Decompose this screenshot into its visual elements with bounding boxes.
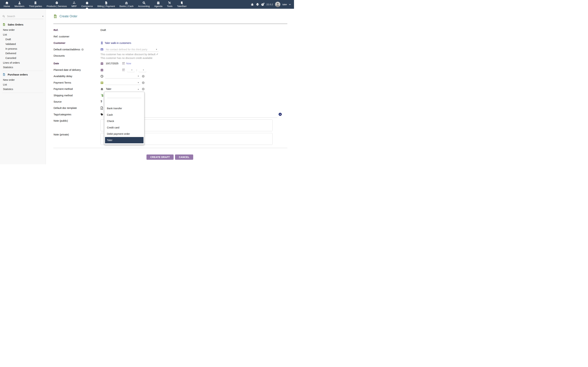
title-divider xyxy=(53,24,287,24)
ref-customer-input[interactable] xyxy=(100,35,130,38)
sidebar-item-in-process[interactable]: In process xyxy=(5,47,17,50)
nav-third-parties[interactable]: Third parties xyxy=(26,0,44,9)
dropdown-option-empty[interactable] xyxy=(105,99,144,105)
page: Home Members Third parties Products | Se… xyxy=(0,0,294,184)
discount-line1-text: This customer has no relative discount b… xyxy=(100,53,156,56)
search-icon xyxy=(2,15,5,18)
nav-products-services[interactable]: Products | Services xyxy=(44,0,69,9)
dropdown-search-input[interactable] xyxy=(107,94,142,97)
payment-terms-info-icon[interactable]: i xyxy=(142,82,145,84)
shipping-method-label: Shipping method xyxy=(53,94,100,97)
user-avatar[interactable] xyxy=(275,1,281,7)
svg-text:$: $ xyxy=(106,2,107,4)
nav-banks-cash[interactable]: Banks | Cash xyxy=(117,0,136,9)
availability-caret-icon: ▾ xyxy=(138,75,139,77)
nav-label: Agenda xyxy=(154,5,163,8)
sidebar-section-purchase-orders[interactable]: Purchase orders xyxy=(3,73,28,76)
nav-billing-payment[interactable]: $ Billing | Payment xyxy=(95,0,117,9)
payment-terms-select[interactable]: ▾ xyxy=(105,81,140,85)
suitcase-icon xyxy=(85,1,89,5)
delivery-hour-select[interactable]: ∨ xyxy=(127,68,135,72)
product-box-icon xyxy=(55,1,59,5)
page-header: Create Order xyxy=(53,14,77,18)
sidebar-item-lines-of-orders[interactable]: Lines of orders xyxy=(3,61,20,64)
dropdown-option-taler-selected[interactable]: Taler xyxy=(105,137,144,143)
nav-talerbarr[interactable]: TalerBarr xyxy=(175,0,189,9)
customer-link[interactable]: Taler walk-in customers xyxy=(105,42,131,44)
nav-label: Tools xyxy=(167,5,173,8)
chevron-down-icon[interactable] xyxy=(289,4,291,5)
sidebar-item-delivered[interactable]: Delivered xyxy=(5,52,16,55)
top-navbar: Home Members Third parties Products | Se… xyxy=(0,0,294,9)
date-calendar-icon xyxy=(100,62,104,65)
sidebar-item-statistics[interactable]: Statistics xyxy=(3,66,13,69)
cancel-button[interactable]: CANCEL xyxy=(175,154,193,160)
print-icon[interactable] xyxy=(256,3,259,6)
accounting-search-icon: $ xyxy=(142,1,146,5)
payment-method-info-icon[interactable]: i xyxy=(142,88,145,90)
planned-date-input[interactable] xyxy=(105,68,121,72)
availability-select[interactable]: ▾ xyxy=(105,74,140,78)
planned-date-label: Planned date of delivery xyxy=(53,68,100,71)
note-public-label: Note (public) xyxy=(53,119,100,122)
section-title: Sales Orders xyxy=(8,23,23,26)
nav-mrp[interactable]: MRP xyxy=(69,0,79,9)
help-icon[interactable]: ? xyxy=(261,3,264,6)
payment-terms-icon: $ xyxy=(100,81,104,84)
row-payment-terms: Payment Terms $ ▾ i xyxy=(53,81,288,85)
dropdown-option-bank-transfer[interactable]: Bank transfer xyxy=(105,105,144,111)
minute-caret-icon: ∨ xyxy=(143,69,144,71)
customer-label: Customer xyxy=(53,42,100,44)
nav-home[interactable]: Home xyxy=(1,0,12,9)
dropdown-option-check[interactable]: Check xyxy=(105,118,144,124)
planned-date-picker-icon[interactable] xyxy=(122,69,125,71)
sidebar-item-po-new-order[interactable]: New order xyxy=(3,78,15,81)
svg-text:?: ? xyxy=(262,3,263,5)
nav-label: MRP xyxy=(71,5,77,8)
sidebar-item-canceled[interactable]: Canceled xyxy=(5,57,16,59)
contact-info-icon[interactable]: i xyxy=(81,48,84,51)
top-menu: Home Members Third parties Products | Se… xyxy=(0,0,189,9)
sidebar-item-po-list[interactable]: List xyxy=(3,83,7,86)
date-input[interactable] xyxy=(105,61,121,65)
payment-method-select[interactable]: Taler ▴ xyxy=(105,87,140,91)
sidebar-item-draft[interactable]: Draft xyxy=(5,38,11,41)
nav-commerce[interactable]: Commerce xyxy=(79,0,95,9)
create-draft-button[interactable]: CREATE DRAFT xyxy=(147,154,173,160)
availability-info-icon[interactable]: i xyxy=(142,75,145,78)
tools-icon xyxy=(168,1,171,5)
sidebar-item-po-statistics[interactable]: Statistics xyxy=(3,88,13,91)
dropdown-search xyxy=(107,94,141,98)
nav-members[interactable]: Members xyxy=(12,0,26,9)
now-link[interactable]: Now xyxy=(126,62,131,65)
date-picker-icon[interactable] xyxy=(122,62,125,65)
search-caret-icon[interactable]: ▾ xyxy=(42,15,43,17)
payment-method-dropdown: Bank transfer Cash Check Credit card Deb… xyxy=(104,92,144,145)
add-tag-button[interactable]: + xyxy=(279,113,282,116)
nav-accounting[interactable]: $ Accounting xyxy=(136,0,152,9)
sidebar-item-list[interactable]: List xyxy=(3,33,7,36)
search-input[interactable] xyxy=(7,15,42,18)
username[interactable]: taler xyxy=(282,3,287,6)
tags-label: Tags/categories xyxy=(53,113,100,116)
version-number: 22.0.2 xyxy=(266,3,273,6)
availability-label: Availability delay xyxy=(53,75,100,78)
dropdown-option-debit-payment-order[interactable]: Debit payment order xyxy=(105,131,144,137)
left-sidebar: ▾ Sales Orders New order List Draft Vali… xyxy=(0,9,46,164)
dropdown-option-cash[interactable]: Cash xyxy=(105,112,144,118)
sidebar-item-new-order[interactable]: New order xyxy=(3,28,15,31)
nav-agenda[interactable]: Agenda xyxy=(152,0,165,9)
contact-placeholder: No contact defined for this third party xyxy=(105,48,147,51)
nav-tools[interactable]: Tools xyxy=(165,0,175,9)
bug-icon[interactable] xyxy=(251,3,254,6)
create-order-icon xyxy=(53,14,57,18)
action-buttons: CREATE DRAFT CANCEL xyxy=(46,154,294,160)
edit-discount-icon[interactable]: ✎ xyxy=(156,53,158,56)
sidebar-section-sales-orders[interactable]: Sales Orders xyxy=(3,23,23,26)
delivery-minute-select[interactable]: ∨ xyxy=(138,68,147,72)
sidebar-item-validated[interactable]: Validated xyxy=(5,43,16,45)
dropdown-option-credit-card[interactable]: Credit card xyxy=(105,125,144,131)
contact-select[interactable]: No contact defined for this third party … xyxy=(105,47,159,52)
time-separator: : xyxy=(136,68,137,71)
section-title: Purchase orders xyxy=(8,73,28,76)
